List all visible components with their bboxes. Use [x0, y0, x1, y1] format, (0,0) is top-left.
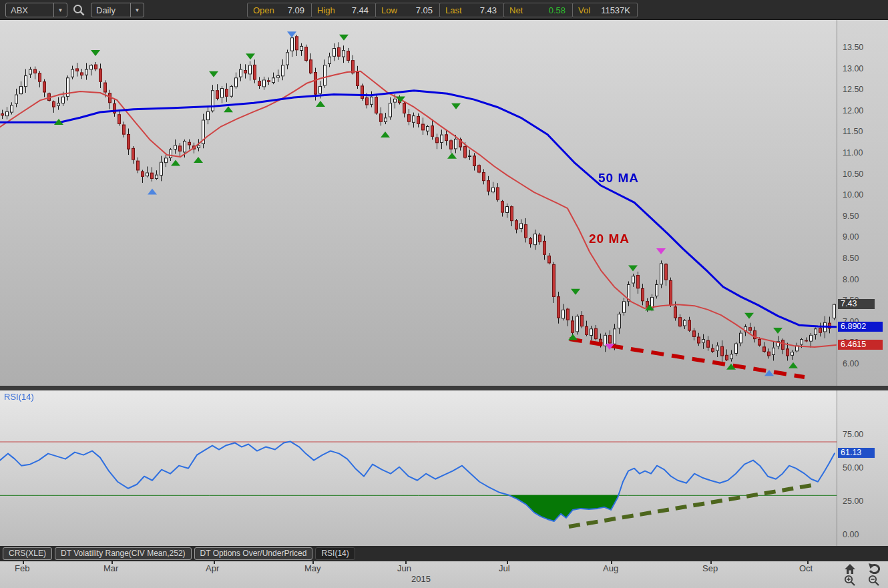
rsi-tag-61.13: 61.13	[838, 448, 875, 458]
month-tick	[214, 561, 215, 564]
rsi-tick-label: 25.00	[843, 497, 863, 506]
price-tick-label: 10.00	[843, 190, 863, 200]
stat-high: High7.44	[311, 3, 376, 17]
symbol-value: ABX	[6, 5, 53, 15]
rsi-tick-label: 0.00	[843, 530, 859, 539]
price-tick-label: 13.50	[843, 43, 863, 52]
stat-label: Open	[248, 5, 274, 15]
year-label: 2015	[411, 574, 431, 584]
month-label: Aug	[603, 563, 618, 573]
zoom-out-icon[interactable]	[867, 575, 881, 587]
price-tick-label: 11.00	[843, 148, 863, 158]
indicator-tab-bar: CRS(XLE)DT Volatility Range(CIV Mean,252…	[0, 546, 888, 561]
stat-label: High	[312, 5, 335, 15]
chevron-down-icon[interactable]: ▼	[53, 3, 67, 17]
stat-value: 0.58	[549, 5, 572, 15]
month-label: Oct	[799, 563, 813, 573]
price-tick-label: 12.50	[843, 85, 863, 94]
month-label: Mar	[103, 563, 118, 573]
stat-value: 11537K	[601, 5, 637, 15]
chevron-down-icon[interactable]: ▼	[130, 3, 144, 17]
price-axis[interactable]: 13.5013.0012.5012.0011.5011.0010.5010.00…	[837, 20, 888, 386]
month-label: Jun	[397, 563, 411, 573]
stat-value: 7.43	[480, 5, 503, 15]
price-tick-label: 12.00	[843, 106, 863, 115]
stat-value: 7.09	[288, 5, 311, 15]
price-tick-label: 6.00	[843, 359, 859, 368]
symbol-dropdown[interactable]: ABX ▼	[5, 3, 67, 17]
toolbar: ABX ▼ Daily ▼ Open7.09High7.44Low7.05Las…	[0, 0, 888, 20]
rsi-tick-label: 75.00	[843, 430, 863, 439]
tab-crs-xle-[interactable]: CRS(XLE)	[3, 547, 52, 560]
undo-icon[interactable]	[867, 563, 881, 575]
month-tick	[507, 561, 508, 564]
month-tick	[405, 561, 407, 564]
price-chart-canvas[interactable]	[0, 20, 837, 386]
home-icon[interactable]	[843, 563, 857, 575]
tab-rsi-14-[interactable]: RSI(14)	[315, 547, 355, 560]
rsi-panel-title: RSI(14)	[4, 392, 34, 402]
month-label: Sep	[702, 563, 718, 573]
price-tag-6.8902: 6.8902	[838, 322, 883, 332]
stat-label: Net	[504, 5, 523, 15]
chart-nav-icons	[841, 562, 885, 587]
stat-label: Low	[376, 5, 397, 15]
time-axis[interactable]: 2015 FebMarAprMayJunJulAugSepOct	[0, 561, 888, 588]
month-tick	[710, 561, 712, 564]
stat-label: Vol	[573, 5, 590, 15]
interval-dropdown[interactable]: Daily ▼	[91, 3, 144, 17]
rsi-chart-canvas[interactable]	[0, 390, 837, 546]
tab-dt-volatility-range-civ-mean-252-[interactable]: DT Volatility Range(CIV Mean,252)	[55, 547, 192, 560]
price-tag-7.43: 7.43	[838, 299, 875, 309]
rsi-axis[interactable]: 75.0050.0025.000.0061.13	[837, 390, 888, 546]
zoom-in-icon[interactable]	[843, 575, 857, 587]
price-tick-label: 11.50	[843, 127, 863, 136]
month-tick	[112, 561, 113, 564]
price-tick-label: 8.50	[843, 254, 859, 263]
stat-net: Net0.58	[503, 3, 573, 17]
month-tick	[23, 561, 24, 564]
month-tick	[807, 561, 809, 564]
stat-vol: Vol11537K	[572, 3, 638, 17]
month-label: Apr	[206, 563, 219, 573]
stat-value: 7.05	[416, 5, 439, 15]
month-tick	[611, 561, 612, 564]
month-label: Jul	[499, 563, 510, 573]
stat-low: Low7.05	[375, 3, 440, 17]
stat-value: 7.44	[352, 5, 375, 15]
rsi-tick-label: 50.00	[843, 463, 863, 473]
stat-last: Last7.43	[439, 3, 504, 17]
price-tick-label: 13.00	[843, 64, 863, 73]
interval-value: Daily	[91, 5, 130, 15]
ma20-label: 20 MA	[589, 232, 630, 246]
month-label: Feb	[15, 563, 29, 573]
price-tick-label: 8.00	[843, 275, 859, 284]
charting-app-window: ABX ▼ Daily ▼ Open7.09High7.44Low7.05Las…	[0, 0, 888, 588]
quote-stats: Open7.09High7.44Low7.05Last7.43Net0.58Vo…	[247, 3, 637, 17]
stat-open: Open7.09	[247, 3, 312, 17]
panel-separator[interactable]	[0, 386, 888, 390]
month-label: May	[304, 563, 321, 573]
price-tick-label: 9.50	[843, 212, 859, 221]
search-icon[interactable]	[71, 3, 86, 17]
ma50-label: 50 MA	[598, 171, 639, 186]
month-tick	[312, 561, 314, 564]
stat-label: Last	[440, 5, 462, 15]
tab-dt-options-over-underpriced[interactable]: DT Options Over/UnderPriced	[194, 547, 313, 560]
price-tag-6.4615: 6.4615	[838, 340, 883, 350]
price-tick-label: 9.00	[843, 232, 859, 242]
price-tick-label: 10.50	[843, 170, 863, 179]
